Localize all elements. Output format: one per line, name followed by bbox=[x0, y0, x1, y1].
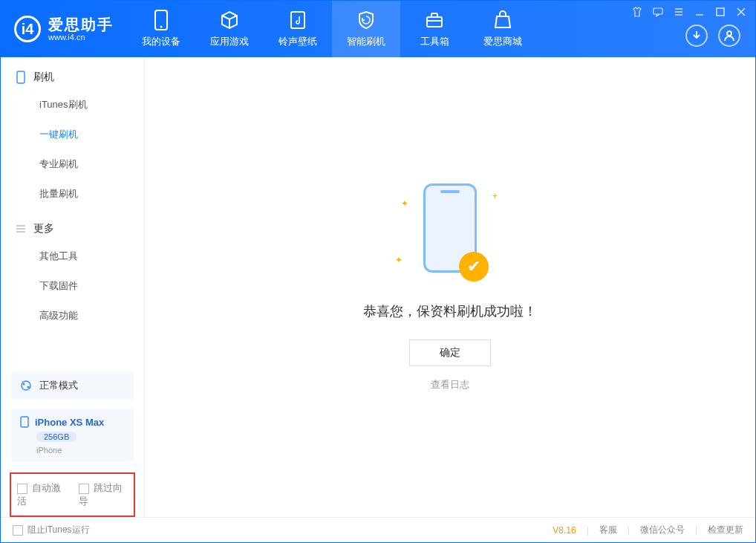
maximize-icon[interactable] bbox=[714, 5, 727, 19]
footer-right: V8.16 | 客服 | 微信公众号 | 检查更新 bbox=[553, 524, 743, 536]
logo-block: i4 爱思助手 www.i4.cn bbox=[1, 16, 127, 42]
shirt-icon[interactable] bbox=[630, 5, 644, 19]
block-itunes-checkbox[interactable]: 阻止iTunes运行 bbox=[13, 524, 90, 536]
menu-icon[interactable] bbox=[672, 5, 685, 19]
header-action-icons bbox=[685, 25, 740, 47]
sparkle-icon: ✦ bbox=[401, 198, 408, 209]
footer-left: 阻止iTunes运行 bbox=[13, 524, 90, 536]
music-icon bbox=[287, 10, 308, 30]
sidebar-item-batch-flash[interactable]: 批量刷机 bbox=[1, 179, 144, 209]
sidebar-item-pro-flash[interactable]: 专业刷机 bbox=[1, 149, 144, 179]
logo-icon: i4 bbox=[14, 16, 41, 42]
auto-activate-checkbox[interactable]: 自动激活 bbox=[17, 481, 67, 508]
app-url: www.i4.cn bbox=[48, 33, 114, 42]
sidebar-item-other-tools[interactable]: 其他工具 bbox=[1, 241, 144, 271]
tab-store[interactable]: 爱思商城 bbox=[469, 1, 537, 57]
checkbox-icon bbox=[13, 525, 23, 536]
tab-label: 我的设备 bbox=[142, 35, 180, 48]
sidebar-group-header: 刷机 bbox=[1, 71, 144, 90]
svg-rect-5 bbox=[654, 8, 662, 14]
version-label: V8.16 bbox=[553, 525, 576, 536]
footer-link-support[interactable]: 客服 bbox=[599, 524, 617, 536]
footer-link-update[interactable]: 检查更新 bbox=[708, 524, 743, 536]
tab-label: 智能刷机 bbox=[347, 35, 385, 48]
svg-point-19 bbox=[23, 383, 25, 386]
checkbox-icon bbox=[79, 484, 89, 494]
tab-label: 应用游戏 bbox=[210, 35, 249, 48]
sidebar-group-header: 更多 bbox=[1, 222, 144, 241]
footer-bar: 阻止iTunes运行 V8.16 | 客服 | 微信公众号 | 检查更新 bbox=[1, 517, 755, 542]
success-message: 恭喜您，保资料刷机成功啦！ bbox=[363, 302, 537, 320]
options-row-highlighted: 自动激活 跳过向导 bbox=[10, 472, 135, 517]
sidebar: 刷机 iTunes刷机 一键刷机 专业刷机 批量刷机 更多 其他工具 下载固件 … bbox=[1, 57, 145, 517]
tab-smart-flash[interactable]: 智能刷机 bbox=[332, 1, 400, 57]
success-illustration: ✔ ✦ + ✦ bbox=[398, 183, 502, 287]
device-card[interactable]: iPhone XS Max 256GB iPhone bbox=[11, 409, 134, 462]
device-icon bbox=[151, 10, 172, 30]
window-controls bbox=[630, 5, 748, 19]
shield-icon bbox=[356, 10, 377, 30]
group-title: 刷机 bbox=[33, 71, 54, 84]
svg-rect-14 bbox=[17, 71, 25, 83]
minimize-icon[interactable] bbox=[693, 5, 706, 19]
nav-tabs: 我的设备 应用游戏 铃声壁纸 智能刷机 工具箱 爱思商城 bbox=[127, 1, 537, 57]
tab-ringtone-wallpaper[interactable]: 铃声壁纸 bbox=[264, 1, 332, 57]
mode-label: 正常模式 bbox=[39, 379, 78, 392]
checkbox-icon bbox=[17, 484, 27, 494]
close-icon[interactable] bbox=[734, 5, 748, 19]
svg-point-18 bbox=[22, 381, 30, 390]
skip-guide-checkbox[interactable]: 跳过向导 bbox=[79, 481, 128, 508]
tab-toolbox[interactable]: 工具箱 bbox=[400, 1, 469, 57]
tab-my-device[interactable]: 我的设备 bbox=[127, 1, 195, 57]
mode-icon bbox=[20, 380, 32, 391]
device-name-row: iPhone XS Max bbox=[20, 416, 104, 428]
svg-rect-2 bbox=[291, 12, 304, 28]
svg-point-20 bbox=[27, 386, 30, 388]
device-icon bbox=[20, 416, 29, 428]
device-mode-card[interactable]: 正常模式 bbox=[11, 371, 134, 400]
tab-label: 铃声壁纸 bbox=[278, 35, 317, 48]
sidebar-item-advanced[interactable]: 高级功能 bbox=[1, 301, 144, 331]
sidebar-item-download-firmware[interactable]: 下载固件 bbox=[1, 271, 144, 301]
svg-rect-21 bbox=[21, 417, 28, 427]
svg-rect-10 bbox=[717, 8, 724, 16]
feedback-icon[interactable] bbox=[651, 5, 665, 19]
footer-link-wechat[interactable]: 微信公众号 bbox=[640, 524, 685, 536]
sidebar-item-itunes-flash[interactable]: iTunes刷机 bbox=[1, 90, 144, 120]
ok-button[interactable]: 确定 bbox=[409, 339, 491, 366]
bag-icon bbox=[492, 10, 513, 30]
app-header: i4 爱思助手 www.i4.cn 我的设备 应用游戏 铃声壁纸 智能刷机 工具… bbox=[1, 1, 755, 57]
app-name: 爱思助手 bbox=[48, 16, 114, 33]
logo-text: 爱思助手 www.i4.cn bbox=[48, 16, 114, 42]
view-log-link[interactable]: 查看日志 bbox=[431, 378, 469, 391]
cube-icon bbox=[219, 10, 240, 30]
device-type: iPhone bbox=[36, 446, 62, 455]
svg-rect-3 bbox=[427, 17, 442, 27]
sidebar-item-onekey-flash[interactable]: 一键刷机 bbox=[1, 120, 144, 149]
svg-point-1 bbox=[160, 26, 163, 28]
sidebar-group-more: 更多 其他工具 下载固件 高级功能 bbox=[1, 209, 144, 331]
download-icon[interactable] bbox=[685, 25, 708, 47]
tab-label: 爱思商城 bbox=[483, 35, 522, 48]
list-icon bbox=[16, 224, 26, 234]
tab-apps-games[interactable]: 应用游戏 bbox=[195, 1, 264, 57]
sparkle-icon: ✦ bbox=[395, 255, 403, 265]
body-area: 刷机 iTunes刷机 一键刷机 专业刷机 批量刷机 更多 其他工具 下载固件 … bbox=[1, 57, 755, 517]
main-content: ✔ ✦ + ✦ 恭喜您，保资料刷机成功啦！ 确定 查看日志 bbox=[145, 57, 755, 517]
checkmark-badge-icon: ✔ bbox=[459, 252, 489, 282]
device-name: iPhone XS Max bbox=[35, 417, 104, 428]
sparkle-icon: + bbox=[492, 191, 498, 201]
group-title: 更多 bbox=[33, 222, 54, 235]
user-icon[interactable] bbox=[718, 25, 740, 47]
tab-label: 工具箱 bbox=[420, 35, 449, 48]
sidebar-group-flash: 刷机 iTunes刷机 一键刷机 专业刷机 批量刷机 bbox=[1, 57, 144, 209]
device-storage: 256GB bbox=[36, 432, 76, 442]
svg-point-13 bbox=[727, 31, 731, 36]
phone-icon bbox=[16, 71, 26, 84]
toolbox-icon bbox=[424, 10, 445, 30]
